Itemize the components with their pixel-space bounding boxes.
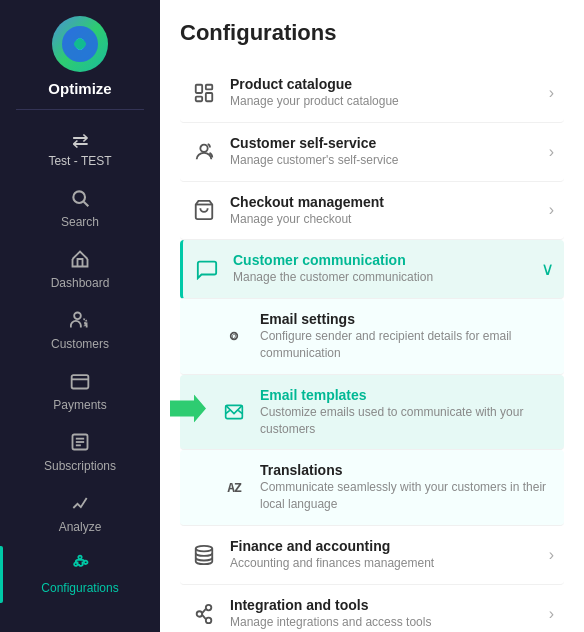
customer-communication-title: Customer communication bbox=[233, 252, 533, 268]
email-settings-desc: Configure sender and recipient details f… bbox=[260, 328, 554, 362]
workspace-label: Test - TEST bbox=[48, 154, 111, 168]
payments-label: Payments bbox=[53, 398, 106, 412]
search-label: Search bbox=[61, 215, 99, 229]
sidebar-item-search[interactable]: Search bbox=[0, 180, 160, 237]
configurations-icon bbox=[70, 554, 90, 579]
list-item[interactable]: AZ Translations Communicate seamlessly w… bbox=[180, 450, 564, 526]
svg-rect-11 bbox=[206, 93, 212, 101]
email-templates-title: Email templates bbox=[260, 387, 554, 403]
svg-text:@: @ bbox=[230, 332, 238, 342]
svg-line-26 bbox=[202, 615, 206, 619]
email-settings-title: Email settings bbox=[260, 311, 554, 327]
email-templates-text: Email templates Customize emails used to… bbox=[260, 387, 554, 438]
search-icon bbox=[70, 188, 90, 213]
home-icon bbox=[70, 249, 90, 274]
app-logo bbox=[52, 16, 108, 72]
page-title: Configurations bbox=[180, 20, 564, 46]
payments-icon bbox=[70, 371, 90, 396]
svg-point-3 bbox=[74, 313, 81, 320]
email-settings-icon: @ bbox=[220, 326, 248, 346]
product-catalogue-text: Product catalogue Manage your product ca… bbox=[230, 76, 541, 110]
integration-tools-arrow: › bbox=[549, 605, 554, 623]
list-item[interactable]: Checkout management Manage your checkout… bbox=[180, 182, 564, 241]
checkout-management-text: Checkout management Manage your checkout bbox=[230, 194, 541, 228]
svg-rect-9 bbox=[196, 85, 202, 93]
green-arrow-pointer bbox=[170, 395, 206, 430]
subscriptions-icon bbox=[70, 432, 90, 457]
finance-accounting-text: Finance and accounting Accounting and fi… bbox=[230, 538, 541, 572]
translations-text: Translations Communicate seamlessly with… bbox=[260, 462, 554, 513]
active-bar bbox=[0, 546, 3, 603]
customer-communication-desc: Manage the customer communication bbox=[233, 269, 533, 286]
list-item[interactable]: Email templates Customize emails used to… bbox=[180, 375, 564, 451]
sidebar-item-workspace[interactable]: ⇄ Test - TEST bbox=[0, 120, 160, 176]
checkout-management-title: Checkout management bbox=[230, 194, 541, 210]
customers-icon bbox=[70, 310, 90, 335]
list-item[interactable]: Customer communication Manage the custom… bbox=[180, 240, 564, 299]
list-item[interactable]: Integration and tools Manage integration… bbox=[180, 585, 564, 632]
sidebar-item-analyze[interactable]: Analyze bbox=[0, 485, 160, 542]
email-templates-desc: Customize emails used to communicate wit… bbox=[260, 404, 554, 438]
translations-title: Translations bbox=[260, 462, 554, 478]
sidebar-item-configurations[interactable]: Configurations bbox=[0, 546, 160, 603]
subscriptions-label: Subscriptions bbox=[44, 459, 116, 473]
list-item[interactable]: Customer self-service Manage customer's … bbox=[180, 123, 564, 182]
product-catalogue-desc: Manage your product catalogue bbox=[230, 93, 541, 110]
svg-point-24 bbox=[206, 617, 212, 623]
customer-communication-arrow: ∨ bbox=[541, 258, 554, 280]
integration-tools-desc: Manage integrations and access tools bbox=[230, 614, 541, 631]
analyze-label: Analyze bbox=[59, 520, 102, 534]
config-list: Product catalogue Manage your product ca… bbox=[180, 64, 564, 632]
configurations-label: Configurations bbox=[41, 581, 118, 595]
svg-rect-4 bbox=[72, 375, 89, 388]
email-templates-icon bbox=[220, 402, 248, 422]
svg-point-23 bbox=[206, 604, 212, 610]
list-item[interactable]: @ Email settings Configure sender and re… bbox=[180, 299, 564, 375]
svg-rect-10 bbox=[206, 85, 212, 90]
integration-tools-title: Integration and tools bbox=[230, 597, 541, 613]
analyze-icon bbox=[70, 493, 90, 518]
svg-line-2 bbox=[84, 202, 89, 207]
finance-accounting-title: Finance and accounting bbox=[230, 538, 541, 554]
svg-marker-17 bbox=[170, 395, 206, 423]
dashboard-label: Dashboard bbox=[51, 276, 110, 290]
integration-tools-text: Integration and tools Manage integration… bbox=[230, 597, 541, 631]
svg-line-25 bbox=[202, 609, 206, 613]
checkout-management-desc: Manage your checkout bbox=[230, 211, 541, 228]
integration-tools-icon bbox=[190, 603, 218, 625]
customer-communication-icon bbox=[193, 258, 221, 280]
finance-accounting-icon bbox=[190, 544, 218, 566]
list-item[interactable]: Product catalogue Manage your product ca… bbox=[180, 64, 564, 123]
customers-label: Customers bbox=[51, 337, 109, 351]
sidebar-item-subscriptions[interactable]: Subscriptions bbox=[0, 424, 160, 481]
svg-point-13 bbox=[200, 144, 207, 151]
customer-self-service-title: Customer self-service bbox=[230, 135, 541, 151]
product-catalogue-arrow: › bbox=[549, 84, 554, 102]
product-catalogue-icon bbox=[190, 82, 218, 104]
svg-point-22 bbox=[197, 611, 203, 617]
sidebar-item-payments[interactable]: Payments bbox=[0, 363, 160, 420]
finance-accounting-arrow: › bbox=[549, 546, 554, 564]
finance-accounting-desc: Accounting and finances management bbox=[230, 555, 541, 572]
checkout-management-icon bbox=[190, 199, 218, 221]
checkout-management-arrow: › bbox=[549, 201, 554, 219]
product-catalogue-title: Product catalogue bbox=[230, 76, 541, 92]
sidebar: Optimize ⇄ Test - TEST Search Dashboard bbox=[0, 0, 160, 632]
sidebar-item-customers[interactable]: Customers bbox=[0, 302, 160, 359]
customer-self-service-text: Customer self-service Manage customer's … bbox=[230, 135, 541, 169]
sidebar-item-dashboard[interactable]: Dashboard bbox=[0, 241, 160, 298]
customer-self-service-icon bbox=[190, 141, 218, 163]
email-settings-text: Email settings Configure sender and reci… bbox=[260, 311, 554, 362]
svg-point-21 bbox=[196, 546, 213, 552]
translations-icon: AZ bbox=[220, 480, 248, 495]
customer-self-service-desc: Manage customer's self-service bbox=[230, 152, 541, 169]
list-item[interactable]: Finance and accounting Accounting and fi… bbox=[180, 526, 564, 585]
svg-rect-12 bbox=[196, 97, 202, 102]
app-name: Optimize bbox=[48, 80, 111, 97]
svg-point-1 bbox=[73, 191, 85, 203]
sidebar-divider bbox=[16, 109, 144, 110]
customer-self-service-arrow: › bbox=[549, 143, 554, 161]
main-content: Configurations Product catalogue Manage … bbox=[160, 0, 584, 632]
customer-communication-text: Customer communication Manage the custom… bbox=[233, 252, 533, 286]
translations-desc: Communicate seamlessly with your custome… bbox=[260, 479, 554, 513]
